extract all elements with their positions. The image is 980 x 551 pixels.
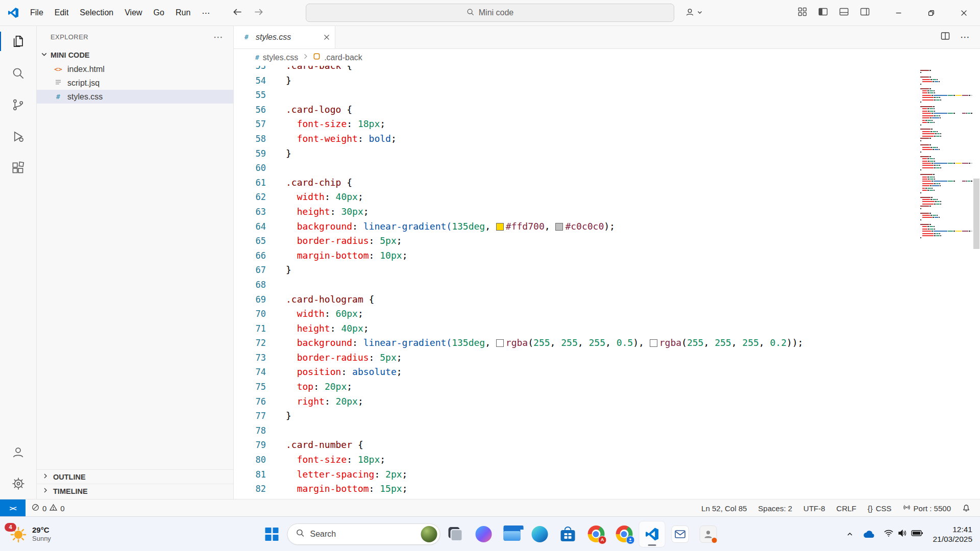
command-center-search[interactable]: Mini code (306, 4, 674, 22)
line-number[interactable]: 80 (234, 453, 266, 467)
code-line[interactable]: 70 width: 60px; (234, 307, 980, 321)
eol-sequence[interactable]: CRLF (831, 504, 862, 513)
code-line[interactable]: 71 height: 40px; (234, 321, 980, 336)
restore-button[interactable] (915, 0, 947, 26)
code-line[interactable]: 74 position: absolute; (234, 365, 980, 380)
line-number[interactable]: 56 (234, 103, 266, 117)
breadcrumb-file[interactable]: styles.css (263, 53, 298, 62)
timeline-section[interactable]: TIMELINE (37, 484, 233, 498)
line-number[interactable]: 77 (234, 409, 266, 423)
line-number[interactable]: 69 (234, 292, 266, 307)
menu-selection[interactable]: Selection (74, 5, 119, 21)
source-control-icon[interactable] (0, 89, 36, 120)
settings-gear-icon[interactable] (0, 468, 36, 499)
tab-close-icon[interactable] (324, 34, 330, 40)
code-line[interactable]: 57 font-size: 18px; (234, 117, 980, 132)
code-line[interactable]: 65 border-radius: 5px; (234, 234, 980, 248)
outline-section[interactable]: OUTLINE (37, 469, 233, 484)
color-swatch[interactable] (650, 339, 657, 347)
line-number[interactable]: 68 (234, 278, 266, 292)
line-number[interactable]: 72 (234, 336, 266, 350)
code-line[interactable]: 72 background: linear-gradient(135deg, r… (234, 336, 980, 350)
problems-status[interactable]: 0 0 (26, 504, 71, 513)
line-number[interactable]: 70 (234, 307, 266, 321)
color-swatch[interactable] (555, 223, 563, 231)
line-number[interactable]: 78 (234, 423, 266, 438)
code-line[interactable]: 58 font-weight: bold; (234, 132, 980, 146)
tray-chevron-up-icon[interactable] (842, 523, 857, 545)
line-number[interactable]: 65 (234, 234, 266, 248)
line-number[interactable]: 66 (234, 248, 266, 263)
code-line[interactable]: 67} (234, 263, 980, 278)
line-number[interactable]: 81 (234, 467, 266, 482)
tray-network-volume-battery[interactable] (880, 523, 927, 545)
folder-section-mini-code[interactable]: MINI CODE (37, 48, 233, 62)
code-line[interactable]: 79.card-number { (234, 438, 980, 453)
menu-overflow-button[interactable]: ⋯ (196, 5, 215, 21)
customize-layout-icon[interactable] (798, 7, 807, 18)
editor-more-actions-button[interactable]: ⋯ (960, 32, 970, 42)
edge-button[interactable] (527, 521, 553, 547)
taskbar-search[interactable]: Search (287, 523, 440, 545)
code-line[interactable]: 75 top: 20px; (234, 380, 980, 394)
menu-go[interactable]: Go (148, 5, 170, 21)
line-number[interactable]: 82 (234, 482, 266, 496)
line-number[interactable]: 79 (234, 438, 266, 453)
microsoft-store-button[interactable] (555, 521, 581, 547)
chrome-profile-a-button[interactable]: A (583, 521, 609, 547)
menu-file[interactable]: File (24, 5, 49, 21)
run-debug-icon[interactable] (0, 120, 36, 152)
code-line[interactable]: 62 width: 40px; (234, 190, 980, 205)
onedrive-cloud-icon[interactable] (859, 523, 879, 545)
code-line[interactable]: 76 right: 20px; (234, 394, 980, 409)
line-number[interactable]: 71 (234, 321, 266, 336)
line-number[interactable]: 60 (234, 161, 266, 176)
line-number[interactable]: 57 (234, 117, 266, 132)
code-line[interactable]: 77} (234, 409, 980, 423)
code-line[interactable]: 66 margin-bottom: 10px; (234, 248, 980, 263)
explorer-more-button[interactable]: ⋯ (213, 32, 223, 42)
search-sidebar-icon[interactable] (0, 57, 36, 89)
code-line[interactable]: 54} (234, 73, 980, 88)
code-line[interactable]: 78 (234, 423, 980, 438)
color-swatch[interactable] (496, 339, 504, 347)
tab-styles-css[interactable]: # styles.css (234, 26, 335, 48)
code-line[interactable]: 64 background: linear-gradient(135deg, #… (234, 219, 980, 234)
breadcrumb-symbol[interactable]: .card-back (324, 53, 362, 62)
line-number[interactable]: 74 (234, 365, 266, 380)
code-line[interactable]: 60 (234, 161, 980, 176)
line-number[interactable]: 64 (234, 219, 266, 234)
line-number[interactable]: 62 (234, 190, 266, 205)
menu-run[interactable]: Run (170, 5, 196, 21)
line-number[interactable]: 59 (234, 146, 266, 161)
copilot-menu[interactable] (685, 7, 703, 19)
copilot-button[interactable] (471, 521, 497, 547)
file-item-script-jsq[interactable]: script.jsq (37, 76, 233, 90)
live-server-port[interactable]: Port : 5500 (897, 504, 957, 513)
code-line[interactable]: 73 border-radius: 5px; (234, 350, 980, 365)
editor-scrollbar[interactable] (973, 179, 979, 249)
code-line[interactable]: 56.card-logo { (234, 103, 980, 117)
vscode-taskbar-button[interactable] (640, 521, 665, 547)
menu-edit[interactable]: Edit (49, 5, 75, 21)
toggle-panel-icon[interactable] (839, 7, 849, 18)
extensions-icon[interactable] (0, 152, 36, 184)
split-editor-icon[interactable] (941, 32, 950, 42)
line-number[interactable]: 53 (234, 66, 266, 73)
minimap[interactable] (920, 70, 972, 242)
forward-button[interactable] (254, 7, 263, 19)
user-app-button[interactable] (696, 521, 721, 547)
line-number[interactable]: 58 (234, 132, 266, 146)
line-number[interactable]: 61 (234, 176, 266, 190)
line-number[interactable]: 73 (234, 350, 266, 365)
toggle-sidebar-left-icon[interactable] (818, 7, 828, 18)
menu-view[interactable]: View (119, 5, 148, 21)
line-number[interactable]: 63 (234, 205, 266, 219)
back-button[interactable] (233, 7, 242, 19)
line-number[interactable]: 67 (234, 263, 266, 278)
line-number[interactable]: 75 (234, 380, 266, 394)
code-line[interactable]: 63 height: 30px; (234, 205, 980, 219)
line-number[interactable]: 55 (234, 88, 266, 103)
toggle-sidebar-right-icon[interactable] (860, 7, 870, 18)
code-line[interactable]: 81 letter-spacing: 2px; (234, 467, 980, 482)
